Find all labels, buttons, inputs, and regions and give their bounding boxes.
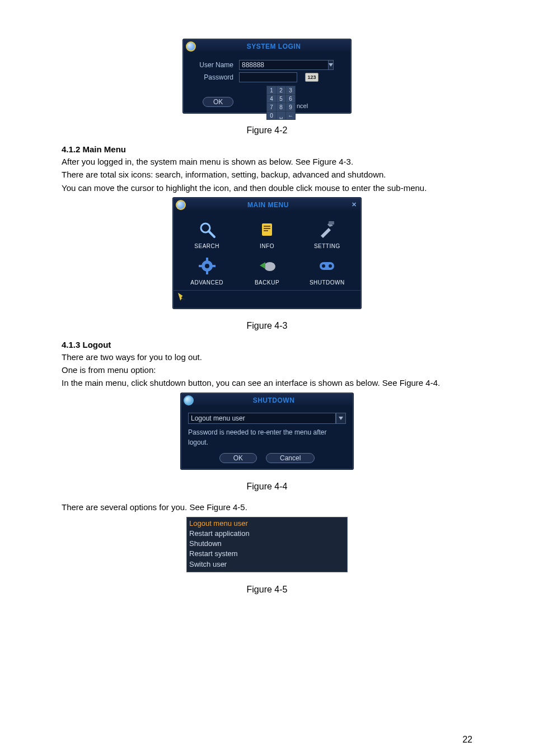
menu-label: SHUTDOWN	[297, 279, 357, 286]
login-title: SYSTEM LOGIN	[199, 43, 348, 50]
list-item[interactable]: Logout menu user	[189, 519, 345, 529]
shutdown-title: SHUTDOWN	[197, 396, 350, 404]
figure-4-4-caption: Figure 4-4	[62, 482, 472, 492]
figure-4-5-caption: Figure 4-5	[62, 585, 472, 595]
body-text: After you logged in, the system main men…	[62, 155, 472, 168]
keypad-key[interactable]: 4	[267, 95, 276, 102]
mainmenu-footer	[174, 290, 360, 308]
menu-label: SETTING	[297, 243, 357, 249]
username-dropdown-icon[interactable]	[328, 60, 334, 70]
svg-point-13	[264, 262, 275, 271]
app-logo-icon	[176, 200, 186, 210]
list-item[interactable]: Restart system	[189, 549, 345, 559]
keypad-key[interactable]: ␣	[277, 111, 285, 119]
svg-rect-5	[264, 230, 268, 231]
shutdown-option-input[interactable]	[188, 413, 336, 424]
svg-rect-4	[264, 228, 270, 229]
password-input[interactable]	[239, 72, 297, 82]
main-menu-window: MAIN MENU ✕ SEARCH INFO SETTING	[173, 198, 361, 309]
menu-item-advanced[interactable]: ADVANCED	[177, 255, 237, 286]
keypad-key[interactable]: 7	[267, 103, 276, 111]
menu-label: SEARCH	[177, 243, 237, 249]
cursor-icon	[178, 293, 186, 301]
shutdown-ok-button[interactable]: OK	[219, 453, 257, 463]
svg-point-18	[329, 264, 332, 268]
keypad-key[interactable]: 8	[277, 103, 285, 111]
username-input[interactable]	[239, 60, 328, 70]
password-label: Password	[191, 73, 233, 81]
username-combo[interactable]	[239, 60, 306, 70]
figure-4-2-caption: Figure 4-2	[62, 125, 472, 136]
section-4-1-2-heading: 4.1.2 Main Menu	[62, 144, 472, 154]
setting-icon	[316, 218, 338, 241]
menu-label: BACKUP	[237, 279, 297, 286]
svg-point-17	[322, 264, 325, 268]
shutdown-cancel-button[interactable]: Cancel	[266, 453, 315, 463]
keypad-key[interactable]: 6	[286, 95, 295, 102]
list-item[interactable]: Restart application	[189, 529, 345, 539]
keypad-key[interactable]: 3	[286, 86, 295, 94]
list-item[interactable]: Switch user	[189, 559, 345, 570]
app-logo-icon	[186, 41, 196, 52]
info-icon	[256, 218, 278, 241]
svg-line-1	[209, 231, 214, 237]
menu-item-search[interactable]: SEARCH	[177, 218, 237, 249]
svg-rect-12	[212, 265, 216, 267]
menu-label: INFO	[237, 243, 297, 249]
page-number: 22	[462, 735, 472, 745]
keypad-key[interactable]: 0	[267, 111, 276, 119]
search-icon	[196, 218, 218, 241]
mainmenu-titlebar: MAIN MENU ✕	[174, 198, 360, 212]
svg-rect-10	[206, 271, 208, 274]
login-ok-button[interactable]: OK	[203, 97, 233, 107]
list-item[interactable]: Shutdown	[189, 539, 345, 549]
username-label: User Name	[191, 61, 233, 69]
body-text: There are several options for you. See F…	[62, 501, 472, 514]
body-text: There are total six icons: search, infor…	[62, 168, 472, 181]
login-titlebar: SYSTEM LOGIN	[184, 40, 350, 53]
menu-item-info[interactable]: INFO	[237, 218, 297, 249]
shutdown-icon	[316, 255, 338, 277]
mainmenu-title: MAIN MENU	[189, 201, 347, 209]
menu-label: ADVANCED	[177, 279, 237, 286]
shutdown-note: Password is needed to re-enter the menu …	[188, 427, 346, 447]
section-4-1-3-heading: 4.1.3 Logout	[62, 340, 472, 349]
svg-rect-6	[329, 221, 334, 225]
gear-icon	[196, 255, 218, 277]
keypad-key[interactable]: 5	[277, 95, 285, 102]
chevron-down-icon[interactable]	[336, 413, 346, 424]
keypad-key[interactable]: 9	[286, 103, 295, 111]
svg-point-8	[205, 264, 209, 268]
body-text: In the main menu, click shutdown button,…	[62, 376, 472, 389]
backup-icon	[256, 255, 278, 277]
osk-toggle-icon[interactable]: 123	[305, 73, 318, 82]
svg-rect-11	[199, 265, 202, 267]
body-text: There are two ways for you to log out.	[62, 351, 472, 363]
body-text: You can move the cursor to highlight the…	[62, 181, 472, 194]
svg-rect-2	[262, 223, 272, 236]
cancel-remnant: ncel	[297, 102, 308, 109]
shutdown-options-list[interactable]: Logout menu user Restart application Shu…	[186, 517, 348, 572]
menu-item-shutdown[interactable]: SHUTDOWN	[297, 255, 357, 286]
figure-4-3-caption: Figure 4-3	[62, 321, 472, 331]
menu-item-setting[interactable]: SETTING	[297, 218, 357, 249]
menu-item-backup[interactable]: BACKUP	[237, 255, 297, 286]
shutdown-titlebar: SHUTDOWN	[181, 394, 353, 407]
shutdown-window: SHUTDOWN Password is needed to re-enter …	[181, 393, 353, 469]
onscreen-keypad[interactable]: 1 2 3 4 5 6 7 8 9 0 ␣ ← ncel	[266, 86, 296, 120]
shutdown-logo-icon	[184, 395, 194, 405]
body-text: One is from menu option:	[62, 363, 472, 376]
keypad-key[interactable]: ←	[286, 111, 295, 119]
close-icon[interactable]: ✕	[350, 201, 358, 209]
svg-rect-3	[264, 226, 270, 227]
keypad-key[interactable]: 2	[277, 86, 285, 94]
shutdown-option-combo[interactable]	[188, 413, 346, 424]
svg-rect-9	[206, 258, 208, 261]
keypad-key[interactable]: 1	[267, 86, 276, 94]
system-login-window: SYSTEM LOGIN User Name Password 123 1 2	[183, 39, 351, 113]
